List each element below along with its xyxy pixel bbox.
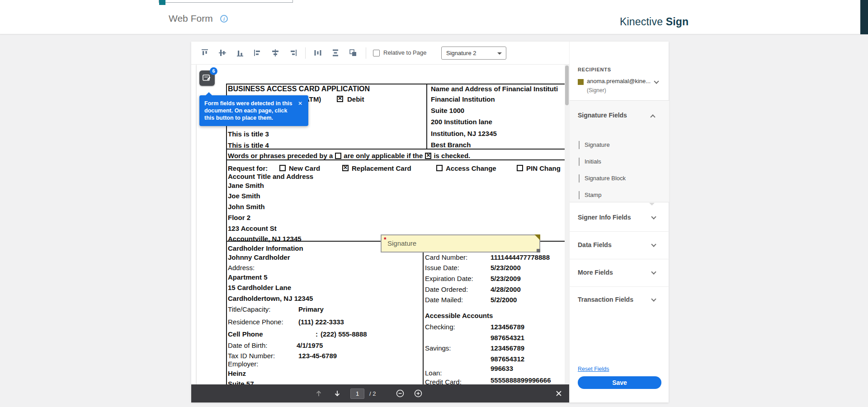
- section-header-signer-info[interactable]: Signer Info Fields: [578, 214, 631, 221]
- section-header-data-fields[interactable]: Data Fields: [578, 241, 612, 248]
- align-right-icon[interactable]: [288, 48, 297, 57]
- document-scrollbar[interactable]: [565, 65, 569, 402]
- previous-page-button[interactable]: [314, 389, 323, 398]
- app-header: Web Form i Kinective Sign: [0, 0, 868, 34]
- words-mid: are only applicable if the: [344, 152, 423, 159]
- field-item-signature-block[interactable]: Signature Block: [570, 170, 669, 187]
- page-number-input[interactable]: [350, 388, 364, 399]
- address-line: Cardholdertown, NJ 12345: [228, 295, 313, 302]
- divider: [570, 231, 669, 232]
- distribute-vertical-icon[interactable]: [331, 48, 340, 57]
- words-post: is checked.: [434, 152, 470, 159]
- checking-value: 987654321: [491, 334, 524, 342]
- relative-to-page-checkbox[interactable]: [373, 50, 380, 56]
- zoom-out-icon[interactable]: [396, 389, 405, 398]
- field-item-initials[interactable]: Initials: [570, 154, 669, 170]
- cardholder-name: Johnny Cardholder: [228, 253, 290, 261]
- issue-label: Issue Date:: [425, 264, 459, 271]
- browser-tab-favicon-icon: [159, 0, 165, 5]
- place-fields-button[interactable]: 6: [199, 70, 215, 86]
- tax-value: 123-45-6789: [298, 352, 337, 360]
- recipient-color-fold: [534, 234, 540, 240]
- chevron-down-icon[interactable]: [651, 269, 656, 274]
- title4: This is title 4: [228, 141, 269, 149]
- fields-count-badge: 6: [210, 67, 217, 75]
- next-page-button[interactable]: [333, 389, 342, 398]
- tooltip-text: Form fields were detected in this docume…: [204, 100, 295, 122]
- chevron-down-icon[interactable]: [651, 214, 656, 219]
- divider: [570, 259, 669, 259]
- close-viewer-icon[interactable]: [554, 389, 563, 398]
- pager-toolbar: / 2: [191, 384, 569, 402]
- card-number-label: Card Number:: [425, 253, 467, 261]
- chevron-down-icon[interactable]: [651, 242, 656, 247]
- align-center-icon[interactable]: [271, 48, 280, 57]
- save-button[interactable]: Save: [578, 376, 661, 389]
- scrollbar-thumb[interactable]: [565, 65, 569, 105]
- access-change-checkbox[interactable]: [436, 165, 443, 171]
- account-line: Floor 2: [228, 214, 250, 221]
- chevron-up-icon[interactable]: [650, 114, 655, 119]
- align-left-icon[interactable]: [253, 48, 262, 57]
- form-border: [426, 84, 427, 150]
- alignment-toolbar: Relative to Page Signature 2: [191, 42, 569, 65]
- title3: This is title 3: [228, 130, 269, 138]
- chevron-down-icon[interactable]: [651, 296, 656, 301]
- cardholder-header: Cardholder Information: [228, 244, 303, 252]
- fi-line: Best Branch: [431, 141, 471, 149]
- pin-change-checkbox[interactable]: [517, 165, 523, 171]
- employer-label: Employer:: [228, 360, 259, 368]
- distribute-horizontal-icon[interactable]: [313, 48, 322, 57]
- field-item-signature[interactable]: Signature: [570, 137, 669, 153]
- address-line: 15 Cardholder Lane: [228, 284, 291, 291]
- align-bottom-icon[interactable]: [236, 48, 245, 57]
- mailed-label: Date Mailed:: [425, 296, 463, 304]
- close-icon[interactable]: [298, 99, 304, 105]
- signature-field-overlay[interactable]: * Signature: [381, 234, 540, 253]
- words-checkbox-empty[interactable]: [335, 153, 341, 159]
- debit-checkbox[interactable]: [337, 96, 343, 102]
- loan-label: Loan:: [425, 369, 442, 377]
- divider: [570, 286, 669, 287]
- access-change-label: Access Change: [446, 164, 496, 172]
- required-marker: *: [384, 236, 386, 243]
- browser-scrollbar[interactable]: [860, 0, 868, 34]
- words-row: Words or phrases preceded by aare only a…: [228, 152, 470, 159]
- browser-tab[interactable]: [159, 0, 293, 3]
- chevron-down-icon[interactable]: [654, 79, 659, 84]
- signature-fields-section: Signature Fields Signature Initials Sign…: [570, 100, 669, 202]
- reset-fields-link[interactable]: Reset Fields: [578, 366, 609, 372]
- mailed-value: 5/2/2000: [491, 296, 517, 304]
- drag-handle: [579, 174, 580, 182]
- recipient-role: (Signer): [587, 87, 606, 94]
- align-middle-icon[interactable]: [218, 48, 227, 57]
- field-type-dropdown[interactable]: Signature 2: [441, 47, 506, 60]
- card-number-value: 1111444477778888: [491, 253, 550, 261]
- document-page[interactable]: BUSINESS ACCESS CARD APPLICATION (ATM) D…: [197, 65, 565, 402]
- loan-value: 996633: [491, 365, 513, 372]
- zoom-in-icon[interactable]: [414, 389, 423, 398]
- fields-detected-tooltip: Form fields were detected in this docume…: [199, 95, 308, 126]
- title-capacity-value: Primary: [298, 305, 324, 313]
- cell-phone-sep: :: [316, 330, 318, 338]
- checking-label: Checking:: [425, 323, 455, 331]
- match-size-icon[interactable]: [349, 48, 358, 57]
- recipients-header: RECIPIENTS: [578, 67, 611, 72]
- editor-panel: Relative to Page Signature 2 BUSINESS AC…: [191, 42, 669, 402]
- section-header-transaction-fields[interactable]: Transaction Fields: [578, 296, 633, 303]
- section-header-signature-fields[interactable]: Signature Fields: [578, 112, 627, 119]
- new-card-checkbox[interactable]: [279, 165, 286, 171]
- info-icon[interactable]: i: [220, 15, 228, 23]
- resize-handle[interactable]: [537, 249, 540, 253]
- align-top-icon[interactable]: [200, 48, 209, 57]
- field-type-value: Signature 2: [446, 50, 476, 56]
- tax-label: Tax ID Number:: [228, 352, 275, 360]
- exp-label: Expiration Date:: [425, 275, 473, 282]
- field-item-label: Signature: [585, 141, 610, 148]
- replacement-card-checkbox[interactable]: [342, 165, 349, 171]
- field-item-stamp[interactable]: Stamp: [570, 187, 669, 203]
- words-checkbox-checked[interactable]: [425, 153, 431, 159]
- debit-label: Debit: [347, 95, 364, 103]
- section-header-more-fields[interactable]: More Fields: [578, 269, 613, 276]
- form-border: [226, 84, 565, 84]
